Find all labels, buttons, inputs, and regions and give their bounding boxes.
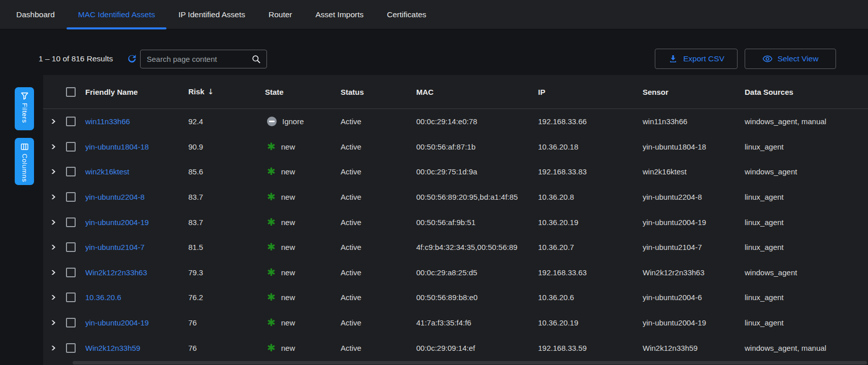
select-view-button[interactable]: Select View	[745, 49, 836, 69]
data-sources-value: windows_agent, manual	[742, 344, 868, 352]
header-sensor[interactable]: Sensor	[640, 88, 742, 96]
risk-value: 79.3	[186, 268, 262, 277]
asset-name-link[interactable]: win11n33h66	[85, 117, 130, 126]
sensor-value: yin-ubuntu2204-8	[640, 193, 742, 201]
asset-name-link[interactable]: Win2k12n33h59	[85, 344, 140, 352]
ip-value: 10.36.20.6	[536, 293, 640, 302]
expand-row-icon[interactable]	[49, 119, 55, 124]
state-label: new	[281, 243, 295, 251]
mac-value: 00:50:56:89:20:95,bd:a1:4f:85	[414, 193, 536, 201]
header-status[interactable]: Status	[338, 88, 414, 96]
row-checkbox[interactable]	[66, 242, 76, 252]
row-checkbox[interactable]	[66, 293, 76, 302]
tab-certificates[interactable]: Certificates	[375, 0, 438, 29]
row-checkbox[interactable]	[66, 167, 76, 176]
status-value: Active	[338, 293, 414, 302]
row-checkbox[interactable]	[66, 192, 76, 202]
row-checkbox[interactable]	[66, 117, 76, 126]
table-row: win2k16ktest 85.6 ✱new Active 00:0c:29:7…	[43, 159, 868, 185]
row-checkbox[interactable]	[66, 318, 76, 327]
expand-row-icon[interactable]	[49, 195, 55, 199]
refresh-button[interactable]	[126, 53, 138, 64]
expand-row-icon[interactable]	[49, 220, 55, 225]
table-header-row: Friendly Name Risk↓ State Status MAC IP …	[43, 75, 868, 109]
risk-value: 81.5	[186, 243, 262, 251]
risk-value: 76	[186, 318, 262, 327]
expand-row-icon[interactable]	[49, 169, 55, 174]
sensor-value: yin-ubuntu2104-7	[640, 243, 742, 251]
row-checkbox[interactable]	[66, 268, 76, 277]
sensor-value: yin-ubuntu2004-19	[640, 218, 742, 227]
new-state-icon: ✱	[267, 268, 276, 277]
new-state-icon: ✱	[267, 318, 276, 327]
state-label: Ignore	[282, 117, 304, 126]
state-label: new	[281, 268, 295, 277]
row-checkbox[interactable]	[66, 343, 76, 353]
columns-label: Columns	[21, 154, 28, 182]
state-label: new	[281, 318, 295, 327]
tab-dashboard[interactable]: Dashboard	[5, 0, 66, 29]
header-data-sources[interactable]: Data Sources	[742, 88, 868, 96]
tab-mac-identified-assets[interactable]: MAC Identified Assets	[66, 0, 167, 29]
state-label: new	[281, 293, 295, 302]
eye-icon	[762, 54, 773, 64]
export-csv-button[interactable]: Export CSV	[655, 49, 738, 69]
select-all-checkbox[interactable]	[66, 87, 76, 97]
mac-value: 41:7a:f3:35:f4:f6	[414, 318, 536, 327]
columns-panel-button[interactable]: Columns	[15, 138, 34, 185]
table-row: yin-ubuntu2204-8 83.7 ✱new Active 00:50:…	[43, 185, 868, 210]
filters-panel-button[interactable]: Filters	[15, 87, 34, 130]
header-risk[interactable]: Risk↓	[186, 87, 262, 96]
new-state-icon: ✱	[267, 242, 276, 252]
search-icon[interactable]	[251, 54, 261, 64]
asset-name-link[interactable]: yin-ubuntu1804-18	[85, 142, 149, 151]
risk-value: 90.9	[186, 142, 262, 151]
header-state[interactable]: State	[262, 88, 338, 96]
state-label: new	[281, 142, 295, 151]
select-view-label: Select View	[778, 54, 819, 63]
expand-row-icon[interactable]	[49, 144, 55, 149]
status-value: Active	[338, 243, 414, 251]
tab-router[interactable]: Router	[257, 0, 304, 29]
mac-value: 00:50:56:89:b8:e0	[414, 293, 536, 302]
asset-name-link[interactable]: Win2k12r2n33h63	[85, 268, 147, 277]
tab-ip-identified-assets[interactable]: IP Identified Assets	[166, 0, 257, 29]
mac-value: 00:0c:29:75:1d:9a	[414, 167, 536, 176]
ignore-state-icon	[267, 117, 277, 126]
sensor-value: yin-ubuntu1804-18	[640, 142, 742, 151]
new-state-icon: ✱	[267, 167, 276, 176]
asset-name-link[interactable]: yin-ubuntu2204-8	[85, 193, 145, 201]
ip-value: 192.168.33.66	[536, 117, 640, 126]
sensor-value: yin-ubuntu2004-6	[640, 293, 742, 302]
sensor-value: win11n33h66	[640, 117, 742, 126]
asset-name-link[interactable]: yin-ubuntu2104-7	[85, 243, 145, 251]
header-mac[interactable]: MAC	[414, 88, 536, 96]
asset-name-link[interactable]: win2k16ktest	[85, 167, 129, 176]
mac-value: 00:0c:29:a8:25:d5	[414, 268, 536, 277]
header-ip[interactable]: IP	[536, 88, 640, 96]
search-input[interactable]	[147, 55, 251, 63]
mac-value: 00:0c:29:14:e0:78	[414, 117, 536, 126]
expand-row-icon[interactable]	[49, 346, 55, 350]
ip-value: 192.168.33.59	[536, 344, 640, 352]
expand-row-icon[interactable]	[49, 295, 55, 300]
row-checkbox[interactable]	[66, 217, 76, 227]
asset-name-link[interactable]: 10.36.20.6	[85, 293, 121, 302]
header-friendly-name[interactable]: Friendly Name	[81, 88, 186, 96]
asset-name-link[interactable]: yin-ubuntu2004-19	[85, 318, 149, 327]
ip-value: 10.36.20.18	[536, 142, 640, 151]
expand-row-icon[interactable]	[49, 320, 55, 325]
mac-value: 00:50:56:af:87:1b	[414, 142, 536, 151]
expand-row-icon[interactable]	[49, 245, 55, 249]
status-value: Active	[338, 142, 414, 151]
data-sources-value: linux_agent	[742, 218, 868, 227]
top-nav: Dashboard MAC Identified Assets IP Ident…	[0, 0, 868, 29]
row-checkbox[interactable]	[66, 142, 76, 152]
horizontal-scrollbar[interactable]	[73, 361, 867, 364]
expand-row-icon[interactable]	[49, 270, 55, 275]
mac-value: 00:0c:29:09:14:ef	[414, 344, 536, 352]
asset-name-link[interactable]: yin-ubuntu2004-19	[85, 218, 149, 227]
table-row: Win2k12n33h59 76 ✱new Active 00:0c:29:09…	[43, 335, 868, 360]
tab-asset-imports[interactable]: Asset Imports	[304, 0, 376, 29]
status-value: Active	[338, 218, 414, 227]
